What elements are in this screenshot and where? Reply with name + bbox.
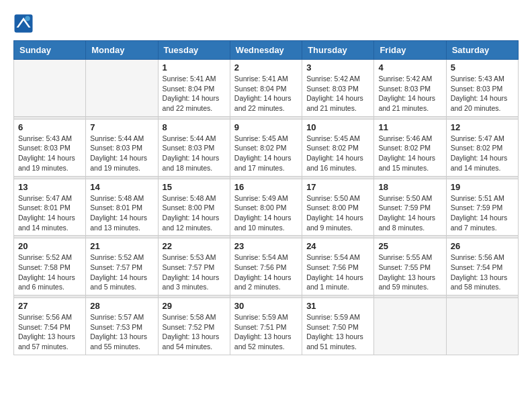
day-info: Sunrise: 5:54 AM Sunset: 7:56 PM Dayligh…: [306, 253, 369, 292]
calendar-cell: 25Sunrise: 5:55 AM Sunset: 7:55 PM Dayli…: [374, 238, 446, 295]
calendar-cell: [86, 60, 158, 117]
day-info: Sunrise: 5:45 AM Sunset: 8:02 PM Dayligh…: [234, 134, 298, 173]
day-info: Sunrise: 5:47 AM Sunset: 8:01 PM Dayligh…: [18, 193, 81, 233]
day-number: 24: [306, 241, 369, 251]
day-info: Sunrise: 5:56 AM Sunset: 7:54 PM Dayligh…: [18, 312, 81, 352]
day-info: Sunrise: 5:59 AM Sunset: 7:50 PM Dayligh…: [306, 312, 369, 352]
day-number: 30: [234, 301, 298, 311]
calendar-cell: 2Sunrise: 5:41 AM Sunset: 8:04 PM Daylig…: [230, 60, 302, 117]
calendar-cell: 9Sunrise: 5:45 AM Sunset: 8:02 PM Daylig…: [230, 119, 302, 176]
calendar-week-3: 13Sunrise: 5:47 AM Sunset: 8:01 PM Dayli…: [14, 179, 519, 236]
calendar-cell: 1Sunrise: 5:41 AM Sunset: 8:04 PM Daylig…: [158, 60, 230, 117]
day-header-friday: Friday: [374, 41, 446, 60]
day-number: 3: [306, 62, 369, 73]
calendar-cell: 10Sunrise: 5:45 AM Sunset: 8:02 PM Dayli…: [302, 119, 374, 176]
day-info: Sunrise: 5:41 AM Sunset: 8:04 PM Dayligh…: [163, 74, 226, 113]
page-header: [13, 13, 519, 34]
day-number: 18: [378, 182, 441, 192]
calendar-cell: 14Sunrise: 5:48 AM Sunset: 8:01 PM Dayli…: [86, 179, 158, 236]
calendar-cell: 30Sunrise: 5:59 AM Sunset: 7:51 PM Dayli…: [230, 298, 302, 355]
calendar-cell: 21Sunrise: 5:52 AM Sunset: 7:57 PM Dayli…: [86, 238, 158, 295]
day-header-sunday: Sunday: [14, 41, 86, 60]
calendar-cell: 20Sunrise: 5:52 AM Sunset: 7:58 PM Dayli…: [14, 238, 86, 295]
calendar-cell: 23Sunrise: 5:54 AM Sunset: 7:56 PM Dayli…: [230, 238, 302, 295]
day-info: Sunrise: 5:44 AM Sunset: 8:03 PM Dayligh…: [90, 134, 153, 173]
day-info: Sunrise: 5:42 AM Sunset: 8:03 PM Dayligh…: [378, 74, 441, 113]
day-info: Sunrise: 5:53 AM Sunset: 7:57 PM Dayligh…: [163, 253, 226, 292]
day-number: 15: [163, 182, 226, 192]
day-number: 20: [18, 241, 81, 251]
day-number: 6: [18, 122, 81, 132]
calendar-cell: 12Sunrise: 5:47 AM Sunset: 8:02 PM Dayli…: [446, 119, 518, 176]
day-info: Sunrise: 5:48 AM Sunset: 8:00 PM Dayligh…: [163, 193, 226, 233]
day-number: 29: [163, 301, 226, 311]
calendar-cell: 16Sunrise: 5:49 AM Sunset: 8:00 PM Dayli…: [230, 179, 302, 236]
logo-icon: [13, 13, 34, 34]
day-info: Sunrise: 5:57 AM Sunset: 7:53 PM Dayligh…: [90, 312, 153, 352]
day-info: Sunrise: 5:49 AM Sunset: 8:00 PM Dayligh…: [234, 193, 298, 233]
day-number: 25: [378, 241, 441, 251]
day-number: 23: [234, 241, 298, 251]
day-info: Sunrise: 5:54 AM Sunset: 7:56 PM Dayligh…: [234, 253, 298, 292]
day-info: Sunrise: 5:41 AM Sunset: 8:04 PM Dayligh…: [234, 74, 298, 113]
day-info: Sunrise: 5:45 AM Sunset: 8:02 PM Dayligh…: [306, 134, 369, 173]
calendar-week-4: 20Sunrise: 5:52 AM Sunset: 7:58 PM Dayli…: [14, 238, 519, 295]
day-info: Sunrise: 5:47 AM Sunset: 8:02 PM Dayligh…: [451, 134, 514, 173]
calendar-cell: [374, 298, 446, 355]
day-info: Sunrise: 5:50 AM Sunset: 8:00 PM Dayligh…: [306, 193, 369, 233]
calendar-cell: [446, 298, 518, 355]
day-number: 13: [18, 182, 81, 192]
calendar-week-2: 6Sunrise: 5:43 AM Sunset: 8:03 PM Daylig…: [14, 119, 519, 176]
day-number: 12: [451, 122, 514, 132]
calendar-week-1: 1Sunrise: 5:41 AM Sunset: 8:04 PM Daylig…: [14, 60, 519, 117]
day-number: 1: [163, 62, 226, 73]
day-number: 4: [378, 62, 441, 73]
day-info: Sunrise: 5:55 AM Sunset: 7:55 PM Dayligh…: [378, 253, 441, 292]
day-number: 16: [234, 182, 298, 192]
day-info: Sunrise: 5:52 AM Sunset: 7:58 PM Dayligh…: [18, 253, 81, 292]
day-number: 11: [378, 122, 441, 132]
calendar-cell: 26Sunrise: 5:56 AM Sunset: 7:54 PM Dayli…: [446, 238, 518, 295]
day-header-saturday: Saturday: [446, 41, 518, 60]
day-number: 5: [451, 62, 514, 73]
day-number: 26: [451, 241, 514, 251]
calendar-header-row: SundayMondayTuesdayWednesdayThursdayFrid…: [14, 41, 519, 60]
day-number: 27: [18, 301, 81, 311]
calendar-cell: 5Sunrise: 5:43 AM Sunset: 8:03 PM Daylig…: [446, 60, 518, 117]
day-info: Sunrise: 5:56 AM Sunset: 7:54 PM Dayligh…: [451, 253, 514, 292]
day-info: Sunrise: 5:42 AM Sunset: 8:03 PM Dayligh…: [306, 74, 369, 113]
calendar-cell: 19Sunrise: 5:51 AM Sunset: 7:59 PM Dayli…: [446, 179, 518, 236]
calendar-cell: 7Sunrise: 5:44 AM Sunset: 8:03 PM Daylig…: [86, 119, 158, 176]
calendar-cell: [14, 60, 86, 117]
svg-point-3: [25, 16, 30, 21]
day-info: Sunrise: 5:44 AM Sunset: 8:03 PM Dayligh…: [163, 134, 226, 173]
day-number: 8: [163, 122, 226, 132]
calendar-cell: 18Sunrise: 5:50 AM Sunset: 7:59 PM Dayli…: [374, 179, 446, 236]
day-info: Sunrise: 5:48 AM Sunset: 8:01 PM Dayligh…: [90, 193, 153, 233]
calendar: SundayMondayTuesdayWednesdayThursdayFrid…: [13, 40, 519, 355]
day-header-monday: Monday: [86, 41, 158, 60]
calendar-cell: 27Sunrise: 5:56 AM Sunset: 7:54 PM Dayli…: [14, 298, 86, 355]
calendar-cell: 28Sunrise: 5:57 AM Sunset: 7:53 PM Dayli…: [86, 298, 158, 355]
calendar-cell: 24Sunrise: 5:54 AM Sunset: 7:56 PM Dayli…: [302, 238, 374, 295]
day-info: Sunrise: 5:58 AM Sunset: 7:52 PM Dayligh…: [163, 312, 226, 352]
logo: [13, 13, 36, 34]
calendar-cell: 13Sunrise: 5:47 AM Sunset: 8:01 PM Dayli…: [14, 179, 86, 236]
day-header-tuesday: Tuesday: [158, 41, 230, 60]
calendar-cell: 6Sunrise: 5:43 AM Sunset: 8:03 PM Daylig…: [14, 119, 86, 176]
calendar-cell: 22Sunrise: 5:53 AM Sunset: 7:57 PM Dayli…: [158, 238, 230, 295]
calendar-cell: 3Sunrise: 5:42 AM Sunset: 8:03 PM Daylig…: [302, 60, 374, 117]
calendar-cell: 4Sunrise: 5:42 AM Sunset: 8:03 PM Daylig…: [374, 60, 446, 117]
day-info: Sunrise: 5:46 AM Sunset: 8:02 PM Dayligh…: [378, 134, 441, 173]
calendar-cell: 15Sunrise: 5:48 AM Sunset: 8:00 PM Dayli…: [158, 179, 230, 236]
day-number: 19: [451, 182, 514, 192]
day-info: Sunrise: 5:50 AM Sunset: 7:59 PM Dayligh…: [378, 193, 441, 233]
calendar-cell: 29Sunrise: 5:58 AM Sunset: 7:52 PM Dayli…: [158, 298, 230, 355]
calendar-cell: 11Sunrise: 5:46 AM Sunset: 8:02 PM Dayli…: [374, 119, 446, 176]
day-info: Sunrise: 5:59 AM Sunset: 7:51 PM Dayligh…: [234, 312, 298, 352]
day-info: Sunrise: 5:43 AM Sunset: 8:03 PM Dayligh…: [451, 74, 514, 113]
day-number: 22: [163, 241, 226, 251]
calendar-week-5: 27Sunrise: 5:56 AM Sunset: 7:54 PM Dayli…: [14, 298, 519, 355]
day-number: 9: [234, 122, 298, 132]
day-number: 7: [90, 122, 153, 132]
